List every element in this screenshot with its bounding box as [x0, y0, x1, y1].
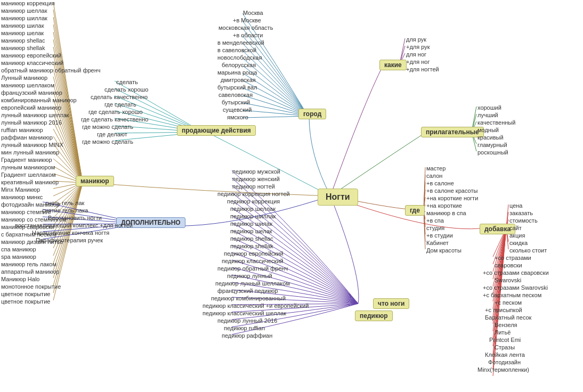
- item-msk-oblast: московская область: [218, 24, 273, 31]
- node-prodayushchie: продающие действия: [177, 125, 256, 136]
- item-roskoshny: роскошный: [477, 149, 508, 156]
- item-manicure-color2: цветное покрытие: [1, 298, 50, 305]
- item-kachestv: качественный: [477, 119, 515, 126]
- center-node: Ногти: [318, 189, 358, 206]
- item-dom-kras: Дом красоты: [426, 247, 461, 254]
- item-manicure-lunnym: лунным маникюром: [1, 164, 55, 170]
- item-maryna-rosh: марьина роща: [217, 69, 257, 76]
- item-ped-korrektsiya: педикюр коррекция: [227, 198, 280, 205]
- item-manicure-shillak: маникюр шиллак: [1, 15, 47, 21]
- item-savelovskaya2: савеловская: [218, 92, 253, 98]
- item-vosstanovit: Восстановить ногти: [48, 215, 102, 221]
- item-manicure-spa-loc: маникюр в спа: [426, 210, 466, 216]
- item-litye: Литьё: [495, 329, 511, 336]
- item-horoshy: хороший: [477, 104, 501, 111]
- item-manicure-luna-2016: лунный маникюр 2016: [1, 119, 62, 126]
- item-studiya: студия: [426, 225, 444, 231]
- item-vosstanov-kompl: восстанавливающий комплекс +для ногтей: [15, 222, 133, 228]
- item-manicure-classic: маникюр классический: [1, 60, 63, 66]
- item-manicure-luna-minx: лунный маникюр MINX: [1, 142, 63, 148]
- svg-line-12: [424, 167, 425, 209]
- item-ped-classic-shellak: педикюр классический шеллак: [203, 310, 286, 316]
- item-ped-shellac: педикюр shellac: [230, 235, 273, 242]
- item-v-studii: +в студии: [426, 232, 453, 239]
- item-stoimost: стоимость: [509, 217, 538, 224]
- item-so-strazami-svar: +со стразами сваровски: [483, 270, 549, 276]
- item-skolko-stoit: сколько стоит: [509, 247, 547, 254]
- item-manicure-ruffian: ruffian маникюр: [1, 127, 43, 133]
- item-v-moskve: +в Москве: [233, 17, 261, 23]
- item-manicure-shilak: маникюр шилак: [1, 22, 44, 29]
- item-sayt: сайт: [509, 225, 522, 231]
- item-strazy: Стразы: [495, 344, 515, 350]
- item-so-strazami-sw: +со стразами Swarovski: [483, 284, 548, 291]
- item-ped-obratny-french: педикюр обратный френч: [217, 265, 288, 272]
- item-gde-sdelat-kach: где сделать качественно: [81, 116, 148, 123]
- item-dlya-nog2: +для ног: [406, 59, 430, 65]
- item-manicure-luna-shellak: лунный маникюр шеллак: [1, 112, 69, 118]
- item-manicure-minx: Minx Маникюр: [1, 186, 40, 193]
- item-novoslobodskaya: новослободская: [217, 54, 262, 61]
- item-sdelat-kach: сделать качественно: [91, 94, 148, 100]
- item-manicure-minks: маникюр минкс: [1, 194, 43, 200]
- svg-line-13: [424, 175, 425, 209]
- item-luchshy: лучший: [477, 112, 498, 118]
- item-manicure-gradient-sh: Градиент шеллаком: [1, 172, 56, 178]
- item-ped-zhenskiy: педикюр женский: [232, 176, 280, 182]
- svg-line-58: [53, 10, 83, 183]
- item-manicure-european: маникюр европейский: [1, 52, 61, 59]
- item-butyrsky-val: бутырский вал: [217, 84, 257, 91]
- item-manicure-spa2: spa маникюр: [1, 254, 36, 260]
- item-manicure-shellac: маникюр shellac: [1, 37, 45, 44]
- item-belorusskaya: белорусская: [222, 62, 256, 68]
- item-kleynaya-lenta: Клейкая лента: [485, 352, 525, 358]
- item-ped-muzhskoy: педикюр мужской: [232, 168, 280, 175]
- item-ped-shillak: педикюр шиллак: [230, 213, 276, 219]
- node-pedicure: педикюр: [355, 311, 393, 321]
- item-manicure-spa: спа маникюр: [1, 246, 36, 252]
- item-ped-classic: педикюр классический: [222, 258, 284, 264]
- item-parafin: Парафинотерапия ручек: [36, 237, 103, 243]
- item-aktsiya: акция: [509, 232, 525, 239]
- item-manicure-combined: комбинированный маникюр: [1, 97, 77, 103]
- item-moskva: Москва: [243, 10, 263, 16]
- item-swarovski: Swarovski: [495, 277, 521, 283]
- item-manicure-shelak: маникюр шелак: [1, 30, 44, 36]
- svg-line-66: [53, 69, 83, 183]
- node-chto-nogi: что ноги: [373, 298, 409, 309]
- item-sdelat: сделать: [116, 79, 138, 85]
- item-gde-sdelat: где сделать: [104, 101, 136, 108]
- item-kabinet: Кабинет: [426, 240, 449, 246]
- item-dlya-nogtey: +для ногтей: [406, 66, 439, 72]
- item-skidka: скидка: [509, 240, 528, 246]
- item-gde-sdelat-horosho: где сделать хорошо: [88, 109, 143, 115]
- item-manicure-halo: Маникюр Halo: [1, 276, 39, 282]
- item-krasiviy: красивый: [477, 134, 504, 141]
- item-butyrsky: бутырский: [222, 99, 250, 105]
- item-savelovskaya: в савеловской: [217, 47, 256, 53]
- item-v-oblasti: +в области: [233, 32, 263, 38]
- item-ped-european: педикюр европейский: [224, 250, 284, 257]
- item-korotkie: +на короткие: [426, 202, 462, 209]
- item-v-spa: +в спа: [426, 217, 444, 224]
- item-manicure-french: французский маникюр: [1, 89, 62, 96]
- node-gorod: город: [298, 109, 326, 119]
- item-manicure-appar: аппаратный маникюр: [1, 268, 59, 275]
- item-ped-classic-eu: педикюр классический +и европейский: [203, 303, 309, 309]
- item-dlya-ruk: для рук: [406, 36, 426, 43]
- svg-line-60: [53, 24, 83, 183]
- item-svarovski: сваровски: [495, 262, 522, 268]
- item-manicure-shellak1: маникюр шеллак: [1, 7, 47, 14]
- item-ped-shellak: педикюр шеллак: [230, 206, 276, 212]
- item-manicure-shellakm: маникюр шеллаком: [1, 82, 54, 88]
- item-gde-mozhno2: где можно сделать: [82, 138, 133, 145]
- item-snyt: снять гель лак: [45, 200, 84, 206]
- item-minx-termo: Minx(термопленки): [477, 366, 529, 373]
- node-prilagatelnye: прилагательные: [421, 127, 484, 137]
- node-kakie: какие: [379, 60, 407, 70]
- item-ped-combined: педикюр комбинированный: [211, 295, 286, 301]
- item-ped-shelak: педикюр шелак: [230, 228, 272, 234]
- item-gde-delayut: где делают: [97, 131, 127, 137]
- item-fotodizayn: Фотодизайн: [488, 359, 521, 365]
- item-korotkie-nogti: +на короткие ногти: [426, 195, 478, 201]
